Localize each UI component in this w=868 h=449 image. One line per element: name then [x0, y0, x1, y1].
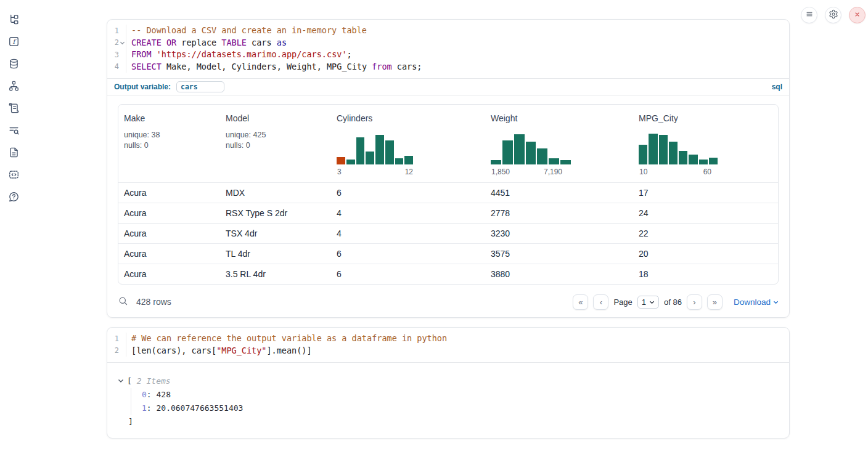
download-button[interactable]: Download: [734, 297, 779, 307]
code-line[interactable]: FROM 'https://datasets.marimo.app/cars.c…: [126, 49, 352, 61]
histogram-bar[interactable]: [639, 145, 647, 164]
histogram-bar[interactable]: [679, 151, 687, 164]
chevron-down-icon: [118, 374, 124, 388]
table-cell: 3575: [485, 249, 633, 259]
histogram-bar[interactable]: [346, 160, 355, 164]
items-count-label: 2 Items: [137, 374, 171, 388]
sidebar-item-documentation[interactable]: [7, 147, 20, 160]
page-select[interactable]: 1: [637, 296, 659, 309]
column-header-Model[interactable]: Modelunique: 425nulls: 0: [220, 113, 331, 176]
table-cell: TSX 4dr: [220, 229, 331, 238]
column-header-Cylinders[interactable]: Cylinders312: [331, 113, 485, 176]
first-page-button[interactable]: «: [573, 294, 588, 310]
hamburger-menu-icon: [805, 9, 814, 21]
output-variable-row: Output variable: sql: [107, 78, 789, 95]
histogram-bar[interactable]: [514, 134, 525, 164]
table-cell: Acura: [118, 229, 220, 238]
histogram-bar[interactable]: [491, 160, 501, 164]
table-row[interactable]: AcuraTSX 4dr4323022: [118, 223, 778, 243]
file-tree-icon: [8, 14, 20, 27]
sidebar-item-search-logs[interactable]: [7, 124, 20, 138]
table-cell: 17: [633, 188, 778, 198]
python-code-editor[interactable]: 1# We can reference the output variable …: [107, 328, 789, 362]
histogram-bar[interactable]: [385, 140, 394, 164]
shutdown-button[interactable]: [849, 7, 866, 23]
output-variable-input[interactable]: [176, 81, 224, 92]
next-page-button[interactable]: ›: [687, 294, 702, 310]
pagination: « ‹ Page 1 of 86 › » Download: [573, 294, 779, 310]
histogram-bar[interactable]: [689, 155, 697, 164]
axis-max-label: 7,190: [544, 168, 562, 176]
code-line[interactable]: SELECT Make, Model, Cylinders, Weight, M…: [126, 61, 422, 73]
histogram-bar[interactable]: [537, 148, 547, 164]
tree-entry-key: 0: [142, 390, 147, 399]
histogram-bar[interactable]: [404, 156, 413, 164]
line-number: 2: [115, 38, 119, 47]
tree-entries: 0: 4281: 20.060747663551403: [131, 388, 789, 415]
table-footer: 428 rows « ‹ Page 1 of 86 › » Download: [118, 285, 779, 319]
axis-min-label: 10: [639, 168, 647, 176]
tree-root-row[interactable]: [ 2 Items: [118, 374, 789, 388]
table-row[interactable]: AcuraRSX Type S 2dr4277824: [118, 203, 778, 223]
histogram-bar[interactable]: [502, 140, 513, 164]
fold-chevron-icon[interactable]: [119, 40, 126, 46]
page-label: Page: [613, 297, 632, 307]
code-line[interactable]: [len(cars), cars["MPG_City"].mean()]: [126, 345, 312, 357]
histogram-bar[interactable]: [526, 142, 536, 164]
sidebar-item-variables[interactable]: f: [7, 36, 20, 49]
tree-entry-key: 1: [142, 403, 147, 413]
snippets-icon: [8, 169, 20, 182]
column-header-Weight[interactable]: Weight1,8507,190: [485, 113, 633, 176]
last-page-button[interactable]: »: [707, 294, 723, 310]
histogram-bar[interactable]: [337, 157, 345, 164]
sidebar-item-logs[interactable]: [7, 102, 20, 116]
histogram-bar[interactable]: [560, 160, 571, 164]
histogram-bar[interactable]: [356, 137, 365, 164]
open-bracket: [: [127, 374, 132, 388]
tree-entry[interactable]: 0: 428: [142, 388, 789, 402]
table-cell: 20: [633, 249, 778, 259]
sidebar-item-dependency-graph[interactable]: [7, 80, 20, 94]
line-number: 1: [115, 334, 119, 343]
table-row[interactable]: AcuraMDX6445117: [118, 182, 778, 203]
search-icon[interactable]: [118, 296, 128, 309]
code-line[interactable]: CREATE OR replace TABLE cars as: [126, 37, 287, 49]
tree-entry[interactable]: 1: 20.060747663551403: [142, 402, 789, 415]
table-row[interactable]: Acura3.5 RL 4dr6388018: [118, 264, 778, 284]
histogram-bar[interactable]: [669, 142, 678, 164]
column-name: Model: [226, 113, 326, 123]
histogram-bar[interactable]: [375, 135, 384, 164]
line-number: 4: [115, 62, 119, 71]
prev-page-button[interactable]: ‹: [593, 294, 608, 310]
table-row[interactable]: AcuraTL 4dr6357520: [118, 243, 778, 264]
axis-max-label: 12: [405, 168, 413, 176]
sidebar-item-snippets[interactable]: [7, 169, 20, 182]
tree-entry-separator: :: [147, 403, 157, 413]
column-header-Make[interactable]: Makeunique: 38nulls: 0: [118, 113, 220, 176]
sidebar-item-files[interactable]: [7, 14, 20, 27]
sidebar-item-datasources[interactable]: [7, 58, 20, 71]
histogram-bar[interactable]: [699, 160, 708, 164]
sql-cell: 1-- Download a CSV and create an in-memo…: [107, 19, 790, 318]
histogram-bar[interactable]: [549, 158, 559, 164]
table-cell: 4: [331, 229, 485, 238]
histogram-bar[interactable]: [709, 158, 718, 164]
document-icon: [8, 147, 20, 160]
settings-button[interactable]: [825, 7, 841, 23]
histogram-bar[interactable]: [366, 152, 374, 164]
menu-button[interactable]: [801, 7, 817, 23]
table-cell: 6: [331, 188, 485, 198]
axis-min-label: 1,850: [491, 168, 510, 176]
sql-code-editor[interactable]: 1-- Download a CSV and create an in-memo…: [107, 20, 789, 78]
histogram-bar[interactable]: [649, 134, 657, 164]
code-line[interactable]: -- Download a CSV and create an in-memor…: [126, 25, 367, 37]
histogram-bar[interactable]: [395, 158, 404, 164]
chevron-down-icon: [773, 297, 779, 307]
output-variable-label: Output variable:: [114, 83, 171, 91]
table-cell: 22: [633, 229, 778, 238]
histogram-bar[interactable]: [659, 135, 668, 164]
sidebar-item-help[interactable]: [7, 191, 20, 204]
line-number: 3: [115, 51, 119, 59]
code-line[interactable]: # We can reference the output variable a…: [126, 333, 447, 345]
column-header-MPG_City[interactable]: MPG_City1060: [633, 113, 778, 176]
